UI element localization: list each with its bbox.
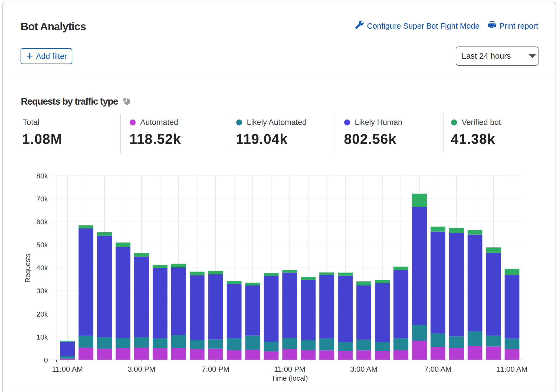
svg-text:Time (local): Time (local) bbox=[271, 374, 308, 382]
svg-text:7:00 AM: 7:00 AM bbox=[424, 365, 452, 373]
svg-text:11:00 PM: 11:00 PM bbox=[274, 365, 306, 373]
svg-text:80k: 80k bbox=[36, 172, 48, 180]
svg-text:40k: 40k bbox=[36, 264, 48, 272]
svg-text:50k: 50k bbox=[36, 241, 48, 249]
svg-text:11:00 AM: 11:00 AM bbox=[497, 365, 527, 373]
svg-text:30k: 30k bbox=[36, 287, 48, 295]
svg-text:7:00 PM: 7:00 PM bbox=[202, 365, 229, 373]
svg-text:70k: 70k bbox=[36, 195, 48, 203]
svg-text:3:00 AM: 3:00 AM bbox=[350, 365, 378, 373]
svg-text:10k: 10k bbox=[36, 333, 48, 341]
svg-text:11:00 AM: 11:00 AM bbox=[52, 365, 83, 373]
svg-text:0: 0 bbox=[44, 356, 48, 364]
svg-text:Requests: Requests bbox=[24, 254, 31, 283]
svg-text:3:00 PM: 3:00 PM bbox=[128, 365, 155, 373]
svg-text:60k: 60k bbox=[36, 218, 48, 226]
svg-text:20k: 20k bbox=[36, 310, 48, 318]
